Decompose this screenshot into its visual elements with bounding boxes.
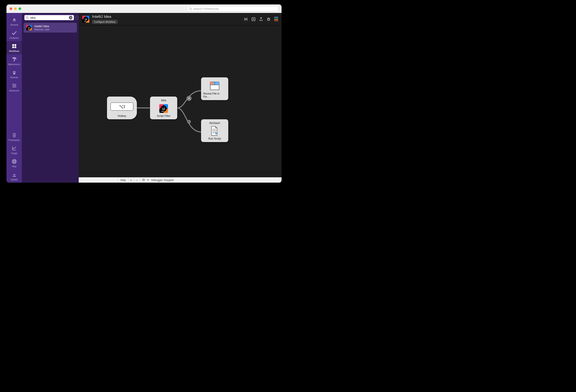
sidebar-label: Help: [12, 165, 17, 168]
sidebar-label: Update: [10, 178, 18, 181]
svg-rect-31: [84, 21, 86, 22]
zoom-button[interactable]: [19, 7, 21, 10]
sidebar-item-remote[interactable]: Remote: [6, 67, 22, 81]
variables-button[interactable]: [244, 17, 248, 21]
sidebar-label: Features: [10, 37, 19, 39]
lifebuoy-icon: [11, 158, 17, 164]
sidebar-label: Remote: [10, 76, 18, 79]
menu-button[interactable]: [274, 17, 278, 21]
preferences-window: Search Preferences General Features: [6, 4, 282, 183]
svg-rect-40: [161, 111, 164, 112]
sidebar-label: General: [10, 24, 18, 26]
svg-point-50: [143, 179, 144, 181]
node-label: Hotkey: [118, 114, 126, 118]
clear-search-button[interactable]: ✕: [69, 16, 72, 19]
sidebar-item-workflows[interactable]: Workflows: [6, 41, 22, 54]
svg-line-17: [28, 18, 29, 19]
svg-text:IJ: IJ: [85, 18, 87, 21]
titlebar: Search Preferences: [6, 4, 282, 13]
minimize-button[interactable]: [14, 7, 17, 10]
sidebar-item-features[interactable]: Features: [6, 28, 22, 41]
svg-text:IJ: IJ: [28, 27, 30, 29]
intellij-icon: IJ: [26, 25, 32, 31]
intellij-icon: IJ: [159, 104, 169, 114]
play-icon[interactable]: [147, 179, 149, 182]
bug-icon[interactable]: [142, 178, 145, 182]
battery-icon: [11, 132, 17, 138]
node-label: Reveal File in Fin…: [203, 92, 226, 98]
add-button[interactable]: [251, 17, 256, 21]
svg-line-1: [191, 9, 192, 10]
paint-roller-icon: [11, 57, 17, 62]
workflow-list-panel: ✕ ⋯ IJ IntelliJ Idea Matches: idea: [22, 13, 79, 183]
svg-rect-4: [12, 46, 14, 48]
svg-rect-7: [14, 60, 15, 61]
node-interpreter-label: /bin/bash: [209, 121, 220, 125]
hotkey-node[interactable]: ⌥I Hotkey: [107, 96, 137, 119]
workflow-search-field[interactable]: ✕: [24, 15, 74, 21]
sidebar-label: Powerpack: [9, 139, 20, 141]
window-controls: [10, 7, 21, 10]
svg-rect-2: [12, 44, 14, 46]
intellij-icon: IJ: [82, 15, 90, 23]
canvas-panel: IJ IntelliJ Idea Configure Workflow: [79, 13, 282, 183]
workflow-list-item[interactable]: IJ IntelliJ Idea Matches: idea: [24, 23, 77, 32]
svg-point-14: [13, 161, 15, 162]
sidebar: General Features Workflows Appearance: [6, 13, 22, 183]
script-filter-node[interactable]: idea IJ Script Filter: [150, 96, 177, 119]
close-button[interactable]: [10, 7, 12, 10]
svg-text:IJ: IJ: [162, 107, 165, 111]
svg-point-10: [13, 87, 14, 88]
remove-workflow-button[interactable]: −: [134, 178, 140, 183]
node-keyword-label: idea: [161, 99, 166, 102]
check-icon: [11, 30, 17, 36]
sidebar-item-usage[interactable]: Usage: [6, 143, 22, 156]
connection-node-badge[interactable]: [187, 120, 191, 123]
download-icon: [11, 172, 17, 178]
sidebar-item-update[interactable]: Update: [6, 169, 22, 183]
sidebar-item-advanced[interactable]: Advanced: [6, 81, 22, 94]
debug-button[interactable]: [266, 17, 271, 21]
add-workflow-button[interactable]: +: [128, 178, 134, 183]
configure-workflow-button[interactable]: Configure Workflow: [92, 20, 117, 24]
node-label: Script Filter: [157, 114, 171, 118]
script-icon: [210, 126, 219, 137]
hotkey-symbol: ⌥I: [111, 103, 133, 111]
sidebar-item-help[interactable]: Help: [6, 156, 22, 169]
footer-bar: Help + − Debugger Stopped: [79, 177, 282, 183]
debugger-bar: Debugger Stopped: [140, 178, 282, 183]
remote-icon: [11, 70, 17, 75]
hat-icon: [11, 17, 17, 23]
svg-point-9: [15, 85, 16, 86]
sidebar-label: Usage: [11, 152, 17, 154]
sidebar-item-powerpack[interactable]: Powerpack: [6, 130, 22, 143]
file-icon: [209, 81, 220, 91]
svg-rect-24: [28, 29, 29, 30]
node-label: Run Script: [208, 137, 221, 140]
grid-icon: [11, 43, 17, 49]
help-button[interactable]: Help: [118, 178, 128, 183]
chart-icon: [11, 145, 17, 151]
debugger-status: Debugger Stopped: [151, 179, 174, 182]
sidebar-item-general[interactable]: General: [6, 15, 22, 28]
search-preferences-field[interactable]: Search Preferences: [187, 6, 278, 11]
svg-rect-6: [12, 57, 16, 59]
sidebar-label: Advanced: [9, 90, 19, 92]
workflow-canvas[interactable]: ⌥I Hotkey idea IJ Script Filter: [79, 26, 282, 177]
search-options-button[interactable]: ⋯: [76, 16, 79, 20]
sidebar-label: Appearance: [8, 63, 20, 65]
workflow-search-input[interactable]: [30, 16, 68, 19]
workflow-item-title: IntelliJ Idea: [34, 25, 50, 28]
search-preferences-placeholder: Search Preferences: [193, 7, 219, 10]
run-script-node[interactable]: /bin/bash Run Script: [201, 119, 228, 142]
workflow-title: IntelliJ Idea: [92, 14, 117, 19]
reveal-file-node[interactable]: Reveal File in Fin…: [201, 77, 228, 100]
sidebar-label: Workflows: [9, 50, 19, 52]
svg-rect-15: [13, 176, 16, 177]
svg-rect-12: [14, 133, 15, 134]
cmd-modifier-badge[interactable]: ⌘: [187, 96, 192, 101]
export-button[interactable]: [259, 17, 263, 21]
search-icon: [26, 16, 29, 19]
sidebar-item-appearance[interactable]: Appearance: [6, 54, 22, 67]
sliders-icon: [11, 83, 17, 89]
